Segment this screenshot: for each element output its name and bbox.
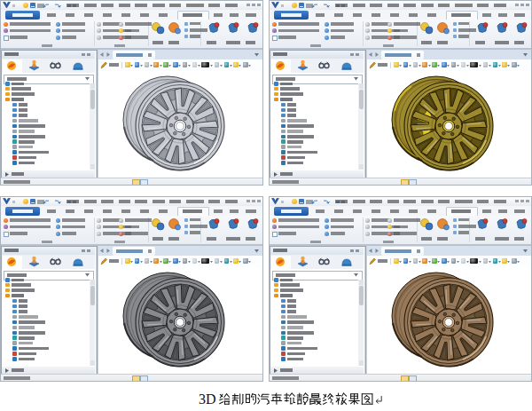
svg-text:3D: 3D (199, 391, 216, 407)
